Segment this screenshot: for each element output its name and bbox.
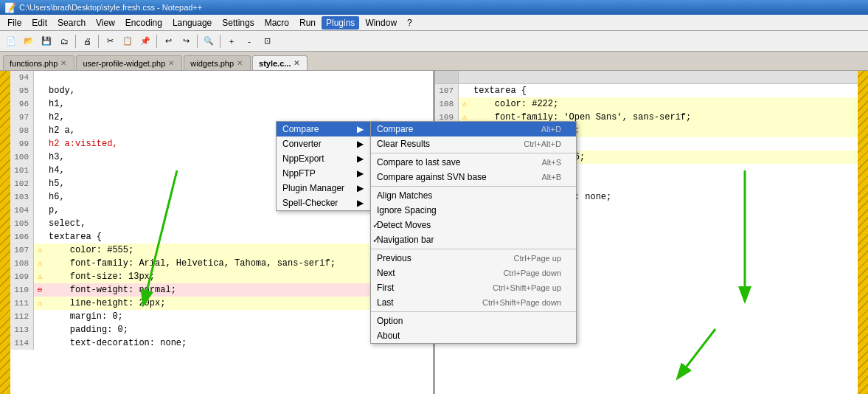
line-number: 99 bbox=[10, 137, 34, 151]
plugins-dropdown[interactable]: Compare ▶ Converter ▶ NppExport ▶ NppFTP… bbox=[276, 121, 379, 211]
line-number: 95 bbox=[10, 84, 34, 97]
line-number: 108 bbox=[435, 97, 459, 111]
menu-file[interactable]: File bbox=[3, 16, 26, 30]
menu-run[interactable]: Run bbox=[295, 16, 320, 30]
tab-user-profile[interactable]: user-profile-widget.php ✕ bbox=[76, 55, 182, 70]
zoom-in-button[interactable]: + bbox=[223, 33, 240, 49]
line-number: 108 bbox=[10, 257, 34, 270]
compare-svn-item[interactable]: Compare against SVN base Alt+B bbox=[371, 170, 576, 184]
line-status-icon: ⚠ bbox=[34, 243, 46, 257]
menu-view[interactable]: View bbox=[91, 16, 119, 30]
compare-sep-3 bbox=[371, 249, 576, 249]
nppexport-arrow-icon: ▶ bbox=[357, 153, 364, 164]
line-code-text: select, bbox=[46, 217, 86, 230]
option-item[interactable]: Option bbox=[371, 314, 576, 328]
about-item[interactable]: About bbox=[371, 328, 576, 343]
align-matches-item[interactable]: Align Matches bbox=[371, 188, 576, 203]
app-icon: 📝 bbox=[4, 2, 16, 13]
tab-label: functions.php bbox=[10, 59, 58, 68]
line-number: 96 bbox=[10, 97, 34, 111]
plugins-compare-item[interactable]: Compare ▶ bbox=[277, 122, 378, 136]
line-code-text: h3, bbox=[46, 151, 65, 164]
tab-functions-php[interactable]: functions.php ✕ bbox=[3, 55, 74, 70]
menu-help[interactable]: ? bbox=[403, 16, 417, 30]
hatch-left bbox=[0, 71, 10, 394]
line-number: 106 bbox=[10, 230, 34, 243]
last-shortcut: Ctrl+Shift+Page down bbox=[482, 298, 561, 307]
compare-item[interactable]: Compare Alt+D bbox=[371, 122, 576, 136]
compare-last-save-label: Compare to last save bbox=[377, 157, 460, 167]
ignore-spacing-item[interactable]: Ignore Spacing bbox=[371, 203, 576, 218]
ignore-spacing-label: Ignore Spacing bbox=[377, 205, 437, 215]
menu-macro[interactable]: Macro bbox=[260, 16, 294, 30]
menu-settings[interactable]: Settings bbox=[218, 16, 258, 30]
find-button[interactable]: 🔍 bbox=[201, 33, 217, 49]
plugins-spellchecker-item[interactable]: Spell-Checker ▶ bbox=[277, 196, 378, 210]
tab-label: style.c... bbox=[259, 59, 291, 68]
line-code-text: h2, bbox=[46, 111, 65, 124]
pluginmanager-arrow-icon: ▶ bbox=[357, 183, 364, 193]
plugins-nppexport-item[interactable]: NppExport ▶ bbox=[277, 151, 378, 166]
next-item[interactable]: Next Ctrl+Page down bbox=[371, 266, 576, 280]
navbar-check-icon: ✓ bbox=[372, 235, 379, 245]
nppftp-arrow-icon: ▶ bbox=[357, 168, 364, 179]
new-button[interactable]: 📄 bbox=[3, 33, 19, 49]
tab-close-widgets[interactable]: ✕ bbox=[237, 59, 243, 67]
menu-encoding[interactable]: Encoding bbox=[121, 16, 167, 30]
right-panel-header bbox=[435, 71, 858, 84]
detect-moves-item[interactable]: ✓ Detect Moves bbox=[371, 218, 576, 232]
tab-widgets[interactable]: widgets.php ✕ bbox=[184, 55, 251, 70]
line-status-icon: ⚠ bbox=[34, 257, 46, 270]
print-button[interactable]: 🖨 bbox=[79, 33, 95, 49]
compare-sep-2 bbox=[371, 186, 576, 187]
line-code-text: h2 a, bbox=[46, 124, 75, 137]
line-number: 107 bbox=[435, 84, 459, 97]
clear-results-item[interactable]: Clear Results Ctrl+Alt+D bbox=[371, 136, 576, 151]
menu-edit[interactable]: Edit bbox=[27, 16, 52, 30]
last-item[interactable]: Last Ctrl+Shift+Page down bbox=[371, 295, 576, 310]
menu-plugins[interactable]: Plugins bbox=[322, 16, 359, 30]
previous-item[interactable]: Previous Ctrl+Page up bbox=[371, 251, 576, 266]
line-code-text: font-size: 13px; bbox=[46, 270, 155, 283]
window-title: C:\Users\brad\Desktop\style.fresh.css - … bbox=[19, 3, 202, 12]
code-line: 108⚠ color: #222; bbox=[435, 97, 858, 111]
redo-button[interactable]: ↪ bbox=[178, 33, 194, 49]
menu-window[interactable]: Window bbox=[361, 16, 401, 30]
save-button[interactable]: 💾 bbox=[38, 33, 55, 49]
cut-button[interactable]: ✂ bbox=[102, 33, 118, 49]
detect-check-icon: ✓ bbox=[372, 221, 379, 230]
open-button[interactable]: 📂 bbox=[21, 33, 37, 49]
toolbar-sep-5 bbox=[220, 35, 221, 48]
line-code-text: h6, bbox=[46, 190, 65, 204]
compare-submenu[interactable]: Compare Alt+D Clear Results Ctrl+Alt+D C… bbox=[370, 121, 577, 344]
tab-close-userprofile[interactable]: ✕ bbox=[168, 59, 174, 67]
line-number: 109 bbox=[10, 270, 34, 283]
plugins-converter-item[interactable]: Converter ▶ bbox=[277, 136, 378, 151]
first-item[interactable]: First Ctrl+Shift+Page up bbox=[371, 280, 576, 295]
tab-close-style[interactable]: ✕ bbox=[294, 59, 299, 67]
menu-search[interactable]: Search bbox=[53, 16, 90, 30]
code-line: 107textarea { bbox=[435, 84, 858, 97]
compare-arrow-icon: ▶ bbox=[357, 124, 364, 134]
save-all-button[interactable]: 🗂 bbox=[56, 33, 72, 49]
compare-to-last-save-item[interactable]: Compare to last save Alt+S bbox=[371, 155, 576, 170]
tab-style[interactable]: style.c... ✕ bbox=[252, 55, 308, 70]
tab-close-functions[interactable]: ✕ bbox=[60, 59, 66, 67]
nppftp-label: NppFTP bbox=[282, 168, 316, 179]
zoom-out-button[interactable]: - bbox=[241, 33, 257, 49]
line-code-text: color: #555; bbox=[46, 243, 133, 257]
navigation-bar-item[interactable]: ✓ Navigation bar bbox=[371, 232, 576, 247]
undo-button[interactable]: ↩ bbox=[160, 33, 176, 49]
line-code-text: padding: 0; bbox=[46, 323, 128, 336]
line-number: 98 bbox=[10, 124, 34, 137]
title-bar: 📝 C:\Users\brad\Desktop\style.fresh.css … bbox=[0, 0, 868, 15]
line-code-text: line-height: 20px; bbox=[46, 297, 165, 310]
converter-label: Converter bbox=[282, 139, 322, 149]
paste-button[interactable]: 📌 bbox=[137, 33, 153, 49]
restore-zoom-button[interactable]: ⊡ bbox=[259, 33, 275, 49]
plugins-manager-item[interactable]: Plugin Manager ▶ bbox=[277, 181, 378, 196]
menu-language[interactable]: Language bbox=[168, 16, 216, 30]
converter-arrow-icon: ▶ bbox=[357, 139, 364, 149]
copy-button[interactable]: 📋 bbox=[119, 33, 136, 49]
plugins-nppftp-item[interactable]: NppFTP ▶ bbox=[277, 166, 378, 181]
